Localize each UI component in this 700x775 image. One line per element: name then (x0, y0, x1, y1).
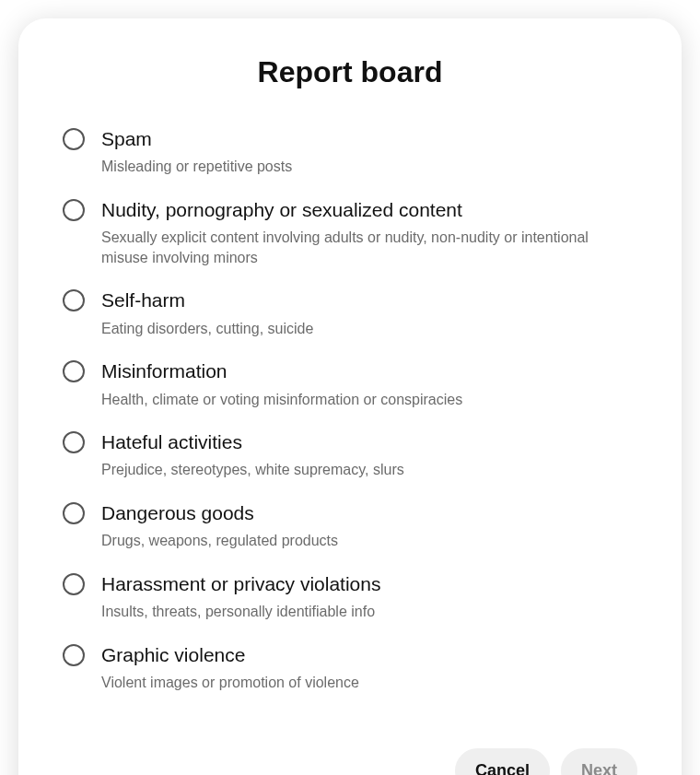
option-label: Dangerous goods (101, 500, 338, 525)
option-spam[interactable]: Spam Misleading or repetitive posts (63, 126, 637, 177)
option-desc: Prejudice, stereotypes, white supremacy,… (101, 460, 404, 480)
radio-icon[interactable] (63, 431, 85, 453)
option-label: Graphic violence (101, 642, 359, 667)
option-desc: Health, climate or voting misinformation… (101, 390, 462, 410)
option-harassment[interactable]: Harassment or privacy violations Insults… (63, 571, 637, 622)
modal-footer: Cancel Next (63, 748, 637, 775)
radio-icon[interactable] (63, 289, 85, 311)
option-desc: Sexually explicit content involving adul… (101, 228, 637, 267)
option-desc: Insults, threats, personally identifiabl… (101, 602, 380, 622)
modal-title: Report board (63, 55, 637, 89)
option-text: Dangerous goods Drugs, weapons, regulate… (101, 500, 338, 551)
option-label: Misinformation (101, 358, 462, 383)
option-desc: Eating disorders, cutting, suicide (101, 319, 313, 339)
radio-icon[interactable] (63, 573, 85, 595)
option-nudity[interactable]: Nudity, pornography or sexualized conten… (63, 197, 637, 267)
option-label: Harassment or privacy violations (101, 571, 380, 596)
radio-icon[interactable] (63, 360, 85, 382)
option-text: Self-harm Eating disorders, cutting, sui… (101, 288, 313, 338)
option-desc: Misleading or repetitive posts (101, 157, 292, 177)
option-label: Hateful activities (101, 429, 404, 454)
option-graphic-violence[interactable]: Graphic violence Violent images or promo… (63, 642, 637, 693)
option-desc: Drugs, weapons, regulated products (101, 531, 338, 551)
option-self-harm[interactable]: Self-harm Eating disorders, cutting, sui… (63, 288, 637, 338)
option-text: Graphic violence Violent images or promo… (101, 642, 359, 693)
option-dangerous-goods[interactable]: Dangerous goods Drugs, weapons, regulate… (63, 500, 637, 551)
option-text: Hateful activities Prejudice, stereotype… (101, 429, 404, 480)
option-text: Misinformation Health, climate or voting… (101, 358, 462, 409)
option-text: Nudity, pornography or sexualized conten… (101, 197, 637, 267)
option-desc: Violent images or promotion of violence (101, 673, 359, 693)
radio-icon[interactable] (63, 502, 85, 524)
report-board-modal: Report board Spam Misleading or repetiti… (18, 18, 682, 775)
next-button[interactable]: Next (561, 748, 637, 775)
option-text: Harassment or privacy violations Insults… (101, 571, 380, 622)
option-hateful-activities[interactable]: Hateful activities Prejudice, stereotype… (63, 429, 637, 480)
radio-icon[interactable] (63, 199, 85, 221)
report-options-list: Spam Misleading or repetitive posts Nudi… (63, 126, 637, 693)
option-text: Spam Misleading or repetitive posts (101, 126, 292, 177)
option-label: Nudity, pornography or sexualized conten… (101, 197, 637, 222)
radio-icon[interactable] (63, 128, 85, 150)
cancel-button[interactable]: Cancel (455, 748, 550, 775)
option-label: Spam (101, 126, 292, 151)
option-misinformation[interactable]: Misinformation Health, climate or voting… (63, 358, 637, 409)
radio-icon[interactable] (63, 644, 85, 666)
option-label: Self-harm (101, 288, 313, 312)
